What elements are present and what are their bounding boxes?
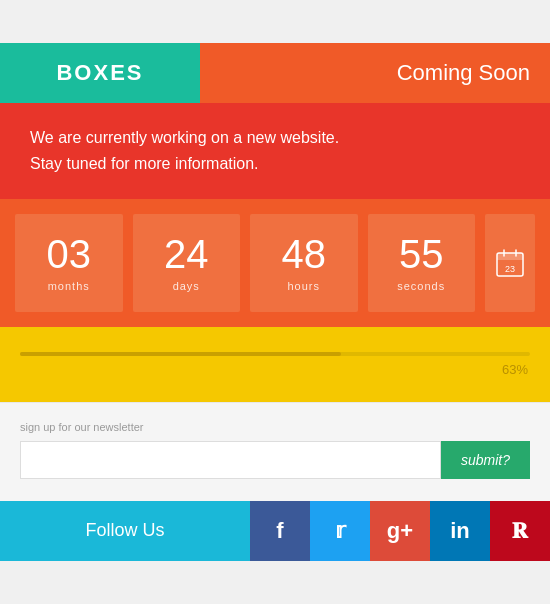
hours-value: 48 <box>282 234 327 274</box>
countdown-hours: 48 hours <box>250 214 358 312</box>
countdown-seconds: 55 seconds <box>368 214 476 312</box>
newsletter-section: sign up for our newsletter submit? <box>0 402 550 501</box>
follow-label: Follow Us <box>0 501 250 561</box>
email-input[interactable] <box>20 441 441 479</box>
months-value: 03 <box>47 234 92 274</box>
social-icons: f 𝕣 g+ in 𝐑 <box>250 501 550 561</box>
newsletter-form: submit? <box>20 441 530 479</box>
message-banner: We are currently working on a new websit… <box>0 103 550 198</box>
coming-soon-text: Coming Soon <box>397 60 530 86</box>
countdown-days: 24 days <box>133 214 241 312</box>
days-value: 24 <box>164 234 209 274</box>
message-text: We are currently working on a new websit… <box>30 125 520 176</box>
progress-section: 63% <box>0 327 550 402</box>
calendar-icon: 23 <box>485 214 535 312</box>
progress-label: 63% <box>20 362 530 377</box>
linkedin-icon[interactable]: in <box>430 501 490 561</box>
main-container: BOXES Coming Soon We are currently worki… <box>0 43 550 560</box>
countdown-section: 03 months 24 days 48 hours 55 seconds 23 <box>0 199 550 327</box>
hours-label: hours <box>287 280 320 292</box>
follow-section: Follow Us f 𝕣 g+ in 𝐑 <box>0 501 550 561</box>
months-label: months <box>48 280 90 292</box>
progress-bar-fill <box>20 352 341 356</box>
days-label: days <box>173 280 200 292</box>
seconds-label: seconds <box>397 280 445 292</box>
facebook-icon[interactable]: f <box>250 501 310 561</box>
svg-rect-1 <box>497 253 523 260</box>
header: BOXES Coming Soon <box>0 43 550 103</box>
logo: BOXES <box>0 43 200 103</box>
pinterest-icon[interactable]: 𝐑 <box>490 501 550 561</box>
progress-bar-background <box>20 352 530 356</box>
header-title: Coming Soon <box>200 43 550 103</box>
newsletter-label: sign up for our newsletter <box>20 421 530 433</box>
logo-text: BOXES <box>56 60 143 86</box>
googleplus-icon[interactable]: g+ <box>370 501 430 561</box>
svg-text:23: 23 <box>505 264 515 274</box>
countdown-months: 03 months <box>15 214 123 312</box>
seconds-value: 55 <box>399 234 444 274</box>
twitter-icon[interactable]: 𝕣 <box>310 501 370 561</box>
submit-button[interactable]: submit? <box>441 441 530 479</box>
